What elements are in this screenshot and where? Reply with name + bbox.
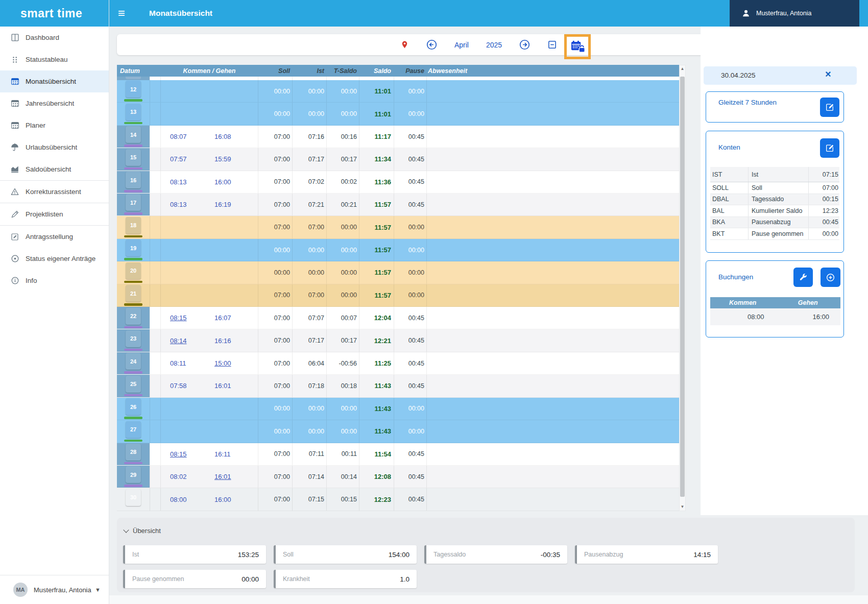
sidebar-item-statustableau[interactable]: Statustableau	[0, 49, 109, 70]
table-row[interactable]: 2408:1115:0007:0006:04-00:5611:2500:45	[117, 352, 679, 375]
table-row[interactable]: 1708:1316:1907:0007:2100:2111:5700:45	[117, 194, 679, 216]
sidebar-item-saldo-bersicht[interactable]: Saldoübersicht	[0, 158, 109, 180]
sidebar-item-label: Planer	[21, 122, 45, 129]
gehen-time-link[interactable]: 15:00	[214, 359, 235, 367]
calendar-lock-button[interactable]	[570, 40, 585, 53]
sidebar-user-footer[interactable]: MA Musterfrau, Antonia ▼	[0, 575, 109, 604]
table-row[interactable]: 2600:0000:0000:0011:4300:00	[117, 398, 679, 420]
table-row[interactable]: 2908:0216:0107:0007:1400:1412:0800:45	[117, 466, 679, 488]
abwesenheit-cell	[427, 80, 679, 102]
scroll-up-arrow[interactable]: ▲	[680, 65, 685, 73]
table-row[interactable]: 2700:0000:0000:0011:4300:00	[117, 420, 679, 443]
close-icon[interactable]: ×	[825, 68, 831, 80]
gehen-time-link[interactable]: 16:08	[214, 133, 235, 140]
konten-row: DBALTagessaldo00:15	[710, 194, 839, 206]
sidebar-item-antragsstellung[interactable]: Antragsstellung	[0, 226, 109, 248]
add-buchung-button[interactable]	[821, 268, 840, 287]
edit-konten-button[interactable]	[820, 138, 839, 158]
gehen-time-link[interactable]: 16:00	[214, 496, 235, 503]
sidebar-item-planer[interactable]: Planer	[0, 114, 109, 136]
previous-month-button[interactable]	[426, 39, 437, 50]
next-month-button[interactable]	[519, 39, 530, 50]
kommen-time-link[interactable]: 08:11	[170, 359, 190, 367]
sidebar-item-info[interactable]: Info	[0, 270, 109, 292]
table-row[interactable]: 3008:0016:0007:0007:1500:1512:2300:45	[117, 488, 679, 511]
sidebar-item-korrekturassistent[interactable]: Korrekturassistent	[0, 181, 109, 203]
day-cell: 20	[117, 261, 150, 283]
chevron-down-icon[interactable]: ▼	[95, 587, 101, 593]
table-scrollbar-thumb[interactable]	[680, 77, 685, 497]
scroll-down-arrow[interactable]: ▼	[680, 503, 685, 511]
spacer-cell	[150, 194, 161, 215]
soll-cell: 00:00	[258, 103, 293, 125]
collapse-rows-button[interactable]	[547, 40, 557, 50]
sidebar-item-status-eigener-antr-ge[interactable]: Status eigener Anträge	[0, 248, 109, 270]
table-row[interactable]: 1900:0000:0000:0011:5700:00	[117, 239, 679, 261]
selected-date-header: 30.04.2025 ×	[704, 66, 857, 85]
kommen-time-link[interactable]: 07:58	[170, 382, 190, 390]
overview-toggle[interactable]: Übersicht	[124, 527, 161, 535]
calendar-planner-icon	[8, 122, 21, 129]
table-row[interactable]: 1408:0716:0807:0007:1600:1611:1700:45	[117, 126, 679, 148]
gehen-time-link[interactable]: 16:00	[214, 178, 235, 186]
spacer-cell	[150, 466, 161, 488]
table-row[interactable]: 2507:5816:0107:0007:1800:1811:4300:45	[117, 375, 679, 397]
header-abwesenheit: Abwesenheit	[427, 67, 679, 75]
table-row[interactable]: 2107:0007:0000:0011:5700:00	[117, 284, 679, 307]
table-scrollbar[interactable]: ▲ ▼	[679, 65, 686, 511]
soll-cell: 07:00	[258, 307, 293, 329]
konto-code: IST	[710, 167, 749, 182]
gehen-time-link[interactable]: 16:01	[214, 473, 235, 480]
buchungen-tools-button[interactable]	[793, 268, 813, 287]
gehen-time-link[interactable]: 15:59	[214, 155, 235, 163]
kommen-time-link[interactable]: 08:15	[170, 450, 190, 458]
table-row[interactable]: 1507:5715:5907:0007:1700:1711:3400:45	[117, 148, 679, 171]
location-pin-icon[interactable]	[400, 40, 409, 50]
gehen-time-link[interactable]: 16:01	[214, 382, 235, 390]
kommen-time-link[interactable]: 07:57	[170, 155, 190, 163]
table-row[interactable]: 1608:1316:0007:0007:0200:0211:3600:45	[117, 171, 679, 194]
sidebar-item-urlaubs-bersicht[interactable]: Urlaubsübersicht	[0, 136, 109, 158]
sidebar-item-jahres-bersicht[interactable]: Jahresübersicht	[0, 92, 109, 114]
kommen-time-link[interactable]: 08:14	[170, 337, 190, 345]
gehen-time-link[interactable]: 16:19	[214, 201, 235, 208]
konto-code: BAL	[710, 205, 749, 216]
table-row[interactable]: 1807:0007:0000:0011:5700:00	[117, 216, 679, 238]
gehen-time-link[interactable]: 16:11	[214, 450, 235, 458]
user-menu[interactable]: Musterfrau, Antonia	[730, 0, 859, 27]
kommen-time-link[interactable]: 08:13	[170, 178, 190, 186]
sidebar-item-monats-bersicht[interactable]: Monatsübersicht	[0, 70, 109, 92]
table-row[interactable]: 2308:1416:1607:0007:1700:1712:2100:45	[117, 329, 679, 352]
gehen-time-link[interactable]: 16:07	[214, 314, 235, 322]
table-row[interactable]: 2000:0000:0000:0011:5700:00	[117, 261, 679, 284]
header-kommen-gehen: Kommen / Gehen	[161, 67, 258, 75]
chevron-down-icon	[123, 527, 129, 533]
day-cell: 17	[117, 194, 150, 215]
saldo-cell: 11:34	[359, 148, 394, 170]
sidebar-item-label: Jahresübersicht	[21, 100, 74, 107]
year-select[interactable]: 2025	[486, 41, 502, 49]
buchungen-header-row: Kommen Gehen	[710, 297, 840, 308]
month-select[interactable]: April	[454, 41, 469, 49]
edit-schedule-button[interactable]	[820, 98, 839, 117]
buchung-row[interactable]: 08:0016:00	[710, 308, 840, 325]
menu-icon[interactable]: ≡	[118, 7, 125, 19]
kommen-time-link[interactable]: 08:15	[170, 314, 190, 322]
sidebar-item-projektlisten[interactable]: Projektlisten	[0, 203, 109, 225]
table-row[interactable]: 1200:0000:0000:0011:0100:00	[117, 80, 679, 103]
table-row[interactable]: 2208:1516:0707:0007:0700:0712:0400:45	[117, 307, 679, 329]
table-row[interactable]: 2808:1516:1107:0007:1100:1111:5400:45	[117, 443, 679, 466]
kommen-time-link[interactable]: 08:02	[170, 473, 190, 480]
umbrella-icon	[8, 143, 21, 152]
table-row[interactable]: 1300:0000:0000:0011:0100:00	[117, 103, 679, 125]
calendar-month-icon	[8, 78, 21, 85]
soll-cell: 00:00	[258, 420, 293, 442]
sidebar-item-dashboard[interactable]: Dashboard	[0, 27, 109, 49]
kommen-time-link[interactable]: 08:07	[170, 133, 190, 140]
kommen-gehen-cell	[161, 80, 258, 102]
kommen-time-link[interactable]: 08:13	[170, 201, 190, 208]
gehen-time-link[interactable]: 16:16	[214, 337, 235, 345]
kommen-time-link[interactable]: 08:00	[170, 496, 190, 503]
day-badge: 17	[126, 194, 141, 211]
avatar: MA	[13, 583, 28, 597]
